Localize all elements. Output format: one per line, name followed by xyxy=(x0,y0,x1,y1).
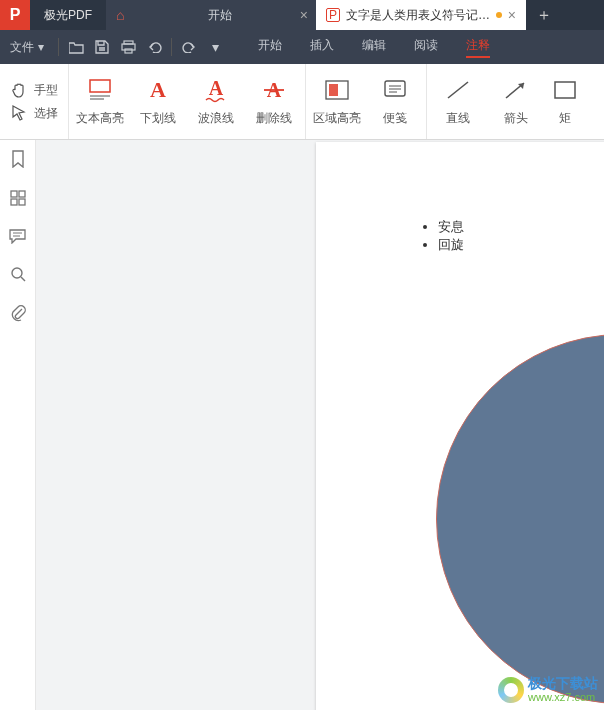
area-highlight-icon xyxy=(324,76,350,104)
tab-doc-close-icon[interactable]: × xyxy=(508,7,516,23)
watermark-logo-icon xyxy=(498,677,524,703)
open-button[interactable] xyxy=(63,41,89,54)
ribbon-group-notes: 区域高亮 便笺 xyxy=(306,64,427,139)
wavy-icon: A xyxy=(203,76,229,104)
menu-read[interactable]: 阅读 xyxy=(414,37,438,58)
bullet-list: 安息 回旋 xyxy=(422,218,464,254)
highlight-label: 文本高亮 xyxy=(76,110,124,127)
select-tool-label: 选择 xyxy=(34,105,58,122)
svg-rect-18 xyxy=(11,191,17,197)
redo-button[interactable] xyxy=(176,41,202,53)
separator xyxy=(58,38,59,56)
titlebar: P 极光PDF ⌂ 开始 × P 文字是人类用表义符号记录… × ＋ xyxy=(0,0,604,30)
svg-rect-19 xyxy=(19,191,25,197)
main-area: 安息 回旋 xyxy=(0,140,604,710)
sticky-button[interactable]: 便笺 xyxy=(366,76,424,127)
menu-insert[interactable]: 插入 xyxy=(310,37,334,58)
watermark-url: www.xz7.com xyxy=(528,690,598,704)
arrow-label: 箭头 xyxy=(504,110,528,127)
list-item: 安息 xyxy=(438,218,464,236)
svg-rect-2 xyxy=(125,49,132,53)
pdf-icon: P xyxy=(326,8,340,22)
hand-icon xyxy=(10,81,28,99)
tab-doc-label: 文字是人类用表义符号记录… xyxy=(346,7,492,24)
area-highlight-label: 区域高亮 xyxy=(313,110,361,127)
menu-edit[interactable]: 编辑 xyxy=(362,37,386,58)
svg-rect-3 xyxy=(90,80,110,92)
thumbnails-panel-button[interactable] xyxy=(10,190,26,206)
sticky-label: 便笺 xyxy=(383,110,407,127)
svg-text:A: A xyxy=(209,77,224,99)
app-logo: P xyxy=(0,0,30,30)
strike-icon: A xyxy=(261,76,287,104)
highlight-icon xyxy=(86,76,114,104)
menu-bar: 开始 插入 编辑 阅读 注释 xyxy=(258,37,490,58)
comments-panel-button[interactable] xyxy=(9,228,26,244)
svg-rect-21 xyxy=(19,199,25,205)
wavy-label: 波浪线 xyxy=(198,110,234,127)
rect-button[interactable]: 矩 xyxy=(545,76,585,127)
sticky-icon xyxy=(383,76,407,104)
menu-annotate[interactable]: 注释 xyxy=(466,37,490,58)
list-item: 回旋 xyxy=(438,236,464,254)
sidebar xyxy=(0,140,36,710)
watermark: 极光下载站 www.xz7.com xyxy=(498,676,598,704)
ribbon-group-textmarkup: 文本高亮 A 下划线 A 波浪线 A 删除线 xyxy=(69,64,306,139)
file-menu[interactable]: 文件 ▾ xyxy=(0,30,54,64)
separator xyxy=(171,38,172,56)
underline-button[interactable]: A 下划线 xyxy=(129,76,187,127)
highlight-button[interactable]: 文本高亮 xyxy=(71,76,129,127)
watermark-text: 极光下载站 www.xz7.com xyxy=(528,676,598,704)
document-canvas[interactable]: 安息 回旋 xyxy=(36,140,604,710)
svg-rect-10 xyxy=(329,84,338,96)
app-logo-letter: P xyxy=(10,6,21,24)
svg-line-25 xyxy=(21,277,25,281)
file-menu-label: 文件 xyxy=(10,39,34,56)
ribbon-group-tools: 手型 选择 xyxy=(0,64,69,139)
svg-rect-20 xyxy=(11,199,17,205)
strike-label: 删除线 xyxy=(256,110,292,127)
ribbon: 手型 选择 文本高亮 A 下划线 A 波浪线 A 删除线 区域高亮 xyxy=(0,64,604,140)
ribbon-group-shapes: 直线 箭头 矩 xyxy=(427,64,587,139)
area-highlight-button[interactable]: 区域高亮 xyxy=(308,76,366,127)
line-icon xyxy=(445,76,471,104)
print-button[interactable] xyxy=(115,40,141,54)
bookmark-panel-button[interactable] xyxy=(10,150,26,168)
svg-line-15 xyxy=(448,82,468,98)
rect-icon xyxy=(553,76,577,104)
tab-document[interactable]: P 文字是人类用表义符号记录… × xyxy=(316,0,526,30)
cursor-icon xyxy=(10,104,28,122)
quickbar: 文件 ▾ ▾ 开始 插入 编辑 阅读 注释 xyxy=(0,30,604,64)
arrow-button[interactable]: 箭头 xyxy=(487,76,545,127)
tab-home-label: 开始 xyxy=(164,7,306,24)
chevron-down-icon: ▾ xyxy=(38,40,44,54)
select-tool[interactable]: 选择 xyxy=(10,104,58,122)
tab-home[interactable]: ⌂ 开始 × xyxy=(106,0,316,30)
strike-button[interactable]: A 删除线 xyxy=(245,76,303,127)
hand-tool[interactable]: 手型 xyxy=(10,81,58,99)
home-icon: ⌂ xyxy=(116,7,124,23)
hand-tool-label: 手型 xyxy=(34,82,58,99)
svg-rect-17 xyxy=(555,82,575,98)
line-button[interactable]: 直线 xyxy=(429,76,487,127)
unsaved-dot-icon xyxy=(496,12,502,18)
attachments-panel-button[interactable] xyxy=(10,304,26,322)
search-panel-button[interactable] xyxy=(10,266,26,282)
save-button[interactable] xyxy=(89,40,115,54)
arrow-icon xyxy=(503,76,529,104)
new-tab-button[interactable]: ＋ xyxy=(526,0,562,30)
menu-start[interactable]: 开始 xyxy=(258,37,282,58)
underline-icon: A xyxy=(150,76,166,104)
quickbar-dropdown[interactable]: ▾ xyxy=(202,39,228,55)
watermark-title: 极光下载站 xyxy=(528,676,598,690)
undo-button[interactable] xyxy=(141,41,167,53)
rect-label: 矩 xyxy=(559,110,571,127)
wavy-button[interactable]: A 波浪线 xyxy=(187,76,245,127)
underline-label: 下划线 xyxy=(140,110,176,127)
page: 安息 回旋 xyxy=(316,142,604,710)
svg-point-24 xyxy=(12,268,22,278)
line-label: 直线 xyxy=(446,110,470,127)
circle-annotation[interactable] xyxy=(436,334,604,704)
app-name: 极光PDF xyxy=(30,0,106,30)
tab-home-close-icon[interactable]: × xyxy=(300,7,308,23)
